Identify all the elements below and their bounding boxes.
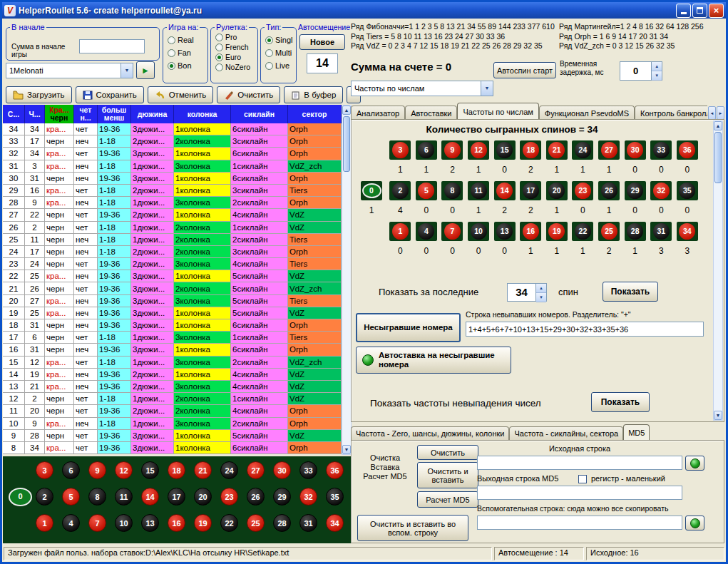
table-row[interactable]: 2225кра...неч19-363дюжи...1колонка5сикла… [3, 270, 342, 282]
board-number-0[interactable]: 0 [9, 488, 32, 506]
radio-option-nozero[interactable]: NoZero [215, 63, 257, 71]
autobet-missed-button[interactable]: Автоставка на несыгравшие номера [356, 347, 511, 374]
radio-option-euro[interactable]: Euro [215, 53, 257, 61]
spin-up-icon[interactable]: ▲ [652, 62, 662, 71]
board-number-30[interactable]: 30 [273, 461, 291, 479]
board-number-26[interactable]: 26 [247, 488, 265, 506]
freq-number-35[interactable]: 35 [677, 181, 698, 200]
aux-string-input[interactable] [477, 516, 682, 530]
table-row[interactable]: 176чернчет1-181дюжи...3колонка1сиклайнTi… [3, 332, 342, 344]
freq-number-26[interactable]: 26 [598, 181, 620, 200]
table-row[interactable]: 2511черннеч1-181дюжи...2колонка2сиклайнT… [3, 234, 342, 246]
show-last-button[interactable]: Показать [603, 282, 658, 302]
radio-icon[interactable] [265, 49, 273, 57]
board-number-3[interactable]: 3 [36, 461, 53, 479]
scrollbar-thumb[interactable] [343, 116, 350, 172]
freq-number-7[interactable]: 7 [441, 222, 463, 241]
freq-number-30[interactable]: 30 [625, 140, 646, 160]
board-number-15[interactable]: 15 [141, 461, 159, 479]
table-row[interactable]: 3434кра...чет19-363дюжи...1колонка6сикла… [3, 123, 342, 135]
radio-icon[interactable] [215, 63, 223, 71]
freq-number-28[interactable]: 28 [625, 222, 646, 241]
tab-частоты-по-числам[interactable]: Частоты по числам [457, 103, 538, 120]
table-row[interactable]: 1831черннеч19-363дюжи...1колонка6сиклайн… [3, 319, 342, 332]
load-button[interactable]: Загрузить [6, 86, 72, 103]
table-row[interactable]: 1925кра...неч19-363дюжи...1колонка5сикла… [3, 307, 342, 319]
table-row[interactable]: 2324чернчет19-362дюжи...3колонка4сиклайн… [3, 258, 342, 270]
board-number-11[interactable]: 11 [115, 488, 133, 506]
board-number-9[interactable]: 9 [88, 461, 106, 479]
titlebar[interactable]: V HelperRoullet 5.6- create helperroulle… [2, 2, 726, 19]
radio-option-live[interactable]: Live [265, 61, 296, 70]
table-row[interactable]: 834кра...чет19-363дюжи...1колонка6сиклай… [3, 442, 342, 454]
board-number-33[interactable]: 33 [299, 461, 317, 479]
board-number-23[interactable]: 23 [220, 488, 238, 506]
freq-number-27[interactable]: 27 [598, 140, 620, 160]
table-row[interactable]: 3234кра...чет19-363дюжи...1колонка6сикла… [3, 148, 342, 160]
board-number-20[interactable]: 20 [194, 488, 212, 506]
radio-option-singl[interactable]: Singl [265, 36, 296, 44]
board-number-5[interactable]: 5 [62, 488, 80, 506]
board-number-29[interactable]: 29 [273, 488, 291, 506]
spin-down-icon[interactable]: ▼ [536, 293, 546, 302]
scroll-down-icon[interactable]: ▼ [342, 445, 351, 454]
table-row[interactable]: 289кра...неч1-181дюжи...3колонка2сиклайн… [3, 197, 342, 209]
freq-number-22[interactable]: 22 [572, 222, 593, 241]
board-number-35[interactable]: 35 [326, 488, 344, 506]
spin-up-icon[interactable]: ▲ [536, 284, 546, 293]
board-number-1[interactable]: 1 [36, 514, 53, 532]
board-number-7[interactable]: 7 [88, 514, 106, 532]
table-row[interactable]: 2722чернчет19-362дюжи...1колонка4сиклайн… [3, 209, 342, 221]
radio-icon[interactable] [265, 62, 273, 70]
dropdown-arrow-icon[interactable]: ▼ [121, 63, 133, 78]
freq-number-15[interactable]: 15 [494, 140, 516, 160]
table-row[interactable]: 109кра...неч1-181дюжи...3колонка2сиклайн… [3, 418, 342, 430]
minimize-button[interactable] [676, 4, 691, 18]
scroll-up-icon[interactable]: ▲ [342, 106, 351, 115]
freq-number-32[interactable]: 32 [650, 181, 672, 200]
copy-to-buffer-button[interactable]: В буфер [284, 86, 343, 103]
clear-insert-aux-button[interactable]: Очистить и вставить во вспом. строку [357, 515, 468, 541]
spin-down-icon[interactable]: ▼ [652, 71, 662, 81]
tab-частота-сиклайны-сектора[interactable]: Частота - сиклайны, сектора [509, 426, 623, 440]
freq-number-17[interactable]: 17 [520, 181, 541, 200]
board-number-32[interactable]: 32 [299, 488, 317, 506]
freq-number-11[interactable]: 11 [468, 181, 489, 200]
mode-combobox[interactable]: Частоты по числам ▼ [351, 81, 493, 96]
history-table-scrollbar[interactable]: ▲ ▼ [342, 105, 352, 455]
table-row[interactable]: 2126чернчет19-363дюжи...2колонка5сиклайн… [3, 282, 342, 294]
freq-number-18[interactable]: 18 [520, 140, 541, 160]
lowercase-checkbox[interactable] [578, 475, 587, 483]
freq-number-24[interactable]: 24 [572, 140, 593, 160]
freq-number-29[interactable]: 29 [625, 181, 646, 200]
table-row[interactable]: 2417черннеч1-182дюжи...2колонка3сиклайнO… [3, 246, 342, 258]
board-number-25[interactable]: 25 [247, 514, 265, 532]
board-number-34[interactable]: 34 [326, 514, 344, 532]
board-number-6[interactable]: 6 [62, 461, 80, 479]
freq-number-9[interactable]: 9 [441, 140, 463, 160]
md5-calc-button[interactable]: Расчет MD5 [417, 491, 478, 508]
board-number-13[interactable]: 13 [141, 514, 159, 532]
close-button[interactable]: × [709, 4, 724, 18]
board-number-36[interactable]: 36 [326, 461, 344, 479]
preset-combobox[interactable]: 1Melonati ▼ [6, 63, 133, 78]
tab-частота-zero-шансы-дюжины-колонки[interactable]: Частота - Zero, шансы, дюжины, колонки [351, 426, 509, 440]
aux-action-button[interactable] [685, 516, 704, 530]
last-spins-spinner[interactable]: 34 ▲▼ [507, 283, 547, 302]
table-row[interactable]: 2916кра...чет1-182дюжи...1колонка3сиклай… [3, 185, 342, 197]
board-number-14[interactable]: 14 [141, 488, 159, 506]
tab-контроль-банкролла[interactable]: Контроль банкролла [635, 106, 707, 120]
play-button[interactable]: ► [136, 61, 155, 79]
source-string-input[interactable] [477, 456, 682, 470]
start-sum-input[interactable] [79, 39, 145, 53]
radio-option-french[interactable]: French [215, 43, 257, 51]
table-row[interactable]: 1512кра...чет1-181дюжи...3колонка2сиклай… [3, 357, 342, 369]
board-number-10[interactable]: 10 [115, 514, 133, 532]
table-row[interactable]: 1419кра...неч19-362дюжи...1колонка4сикла… [3, 369, 342, 381]
table-row[interactable]: 122чернчет1-181дюжи...2колонка1сиклайнVd… [3, 393, 342, 405]
radio-icon[interactable] [265, 36, 273, 44]
autospin-start-button[interactable]: Автоспин старт [493, 62, 556, 78]
board-number-12[interactable]: 12 [115, 461, 133, 479]
radio-icon[interactable] [215, 43, 223, 51]
board-number-28[interactable]: 28 [273, 514, 291, 532]
